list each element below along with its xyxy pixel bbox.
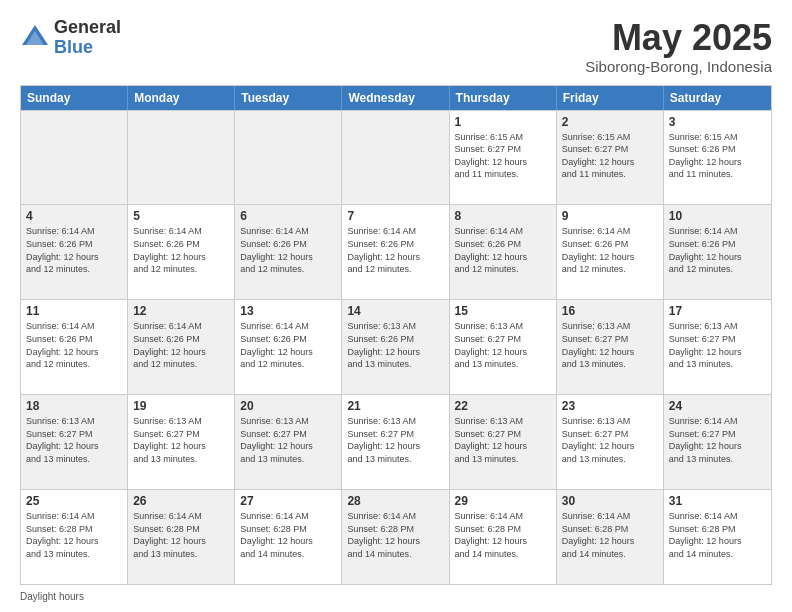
calendar-cell: 17Sunrise: 6:13 AM Sunset: 6:27 PM Dayli… [664, 300, 771, 394]
calendar-header: SundayMondayTuesdayWednesdayThursdayFrid… [21, 86, 771, 110]
day-info: Sunrise: 6:14 AM Sunset: 6:26 PM Dayligh… [26, 320, 122, 370]
calendar-cell: 2Sunrise: 6:15 AM Sunset: 6:27 PM Daylig… [557, 111, 664, 205]
day-number: 4 [26, 209, 122, 223]
calendar-cell: 19Sunrise: 6:13 AM Sunset: 6:27 PM Dayli… [128, 395, 235, 489]
calendar: SundayMondayTuesdayWednesdayThursdayFrid… [20, 85, 772, 585]
calendar-header-cell: Thursday [450, 86, 557, 110]
day-info: Sunrise: 6:14 AM Sunset: 6:26 PM Dayligh… [133, 320, 229, 370]
logo-blue: Blue [54, 38, 121, 58]
day-number: 15 [455, 304, 551, 318]
day-info: Sunrise: 6:14 AM Sunset: 6:28 PM Dayligh… [347, 510, 443, 560]
day-number: 14 [347, 304, 443, 318]
day-info: Sunrise: 6:14 AM Sunset: 6:28 PM Dayligh… [455, 510, 551, 560]
calendar-cell: 11Sunrise: 6:14 AM Sunset: 6:26 PM Dayli… [21, 300, 128, 394]
calendar-cell: 27Sunrise: 6:14 AM Sunset: 6:28 PM Dayli… [235, 490, 342, 584]
calendar-cell [235, 111, 342, 205]
footer: Daylight hours [20, 591, 772, 602]
title-block: May 2025 Siborong-Borong, Indonesia [585, 18, 772, 75]
day-number: 3 [669, 115, 766, 129]
day-number: 21 [347, 399, 443, 413]
calendar-cell: 6Sunrise: 6:14 AM Sunset: 6:26 PM Daylig… [235, 205, 342, 299]
calendar-header-cell: Sunday [21, 86, 128, 110]
day-info: Sunrise: 6:14 AM Sunset: 6:28 PM Dayligh… [562, 510, 658, 560]
day-info: Sunrise: 6:13 AM Sunset: 6:27 PM Dayligh… [455, 415, 551, 465]
month-title: May 2025 [585, 18, 772, 58]
calendar-cell: 22Sunrise: 6:13 AM Sunset: 6:27 PM Dayli… [450, 395, 557, 489]
day-info: Sunrise: 6:13 AM Sunset: 6:26 PM Dayligh… [347, 320, 443, 370]
day-number: 1 [455, 115, 551, 129]
day-info: Sunrise: 6:14 AM Sunset: 6:26 PM Dayligh… [455, 225, 551, 275]
day-number: 8 [455, 209, 551, 223]
logo-icon [20, 23, 50, 53]
day-info: Sunrise: 6:14 AM Sunset: 6:27 PM Dayligh… [669, 415, 766, 465]
calendar-cell: 21Sunrise: 6:13 AM Sunset: 6:27 PM Dayli… [342, 395, 449, 489]
day-number: 11 [26, 304, 122, 318]
day-info: Sunrise: 6:14 AM Sunset: 6:26 PM Dayligh… [669, 225, 766, 275]
day-info: Sunrise: 6:13 AM Sunset: 6:27 PM Dayligh… [669, 320, 766, 370]
day-number: 17 [669, 304, 766, 318]
day-info: Sunrise: 6:15 AM Sunset: 6:26 PM Dayligh… [669, 131, 766, 181]
calendar-cell: 31Sunrise: 6:14 AM Sunset: 6:28 PM Dayli… [664, 490, 771, 584]
calendar-body: 1Sunrise: 6:15 AM Sunset: 6:27 PM Daylig… [21, 110, 771, 584]
day-number: 30 [562, 494, 658, 508]
day-info: Sunrise: 6:14 AM Sunset: 6:26 PM Dayligh… [562, 225, 658, 275]
day-info: Sunrise: 6:14 AM Sunset: 6:26 PM Dayligh… [347, 225, 443, 275]
day-number: 28 [347, 494, 443, 508]
day-info: Sunrise: 6:13 AM Sunset: 6:27 PM Dayligh… [562, 415, 658, 465]
day-info: Sunrise: 6:14 AM Sunset: 6:26 PM Dayligh… [133, 225, 229, 275]
calendar-cell: 18Sunrise: 6:13 AM Sunset: 6:27 PM Dayli… [21, 395, 128, 489]
calendar-cell [21, 111, 128, 205]
day-number: 23 [562, 399, 658, 413]
day-number: 19 [133, 399, 229, 413]
day-number: 6 [240, 209, 336, 223]
day-number: 24 [669, 399, 766, 413]
day-number: 20 [240, 399, 336, 413]
day-number: 25 [26, 494, 122, 508]
calendar-cell: 10Sunrise: 6:14 AM Sunset: 6:26 PM Dayli… [664, 205, 771, 299]
day-info: Sunrise: 6:14 AM Sunset: 6:26 PM Dayligh… [240, 320, 336, 370]
calendar-cell: 29Sunrise: 6:14 AM Sunset: 6:28 PM Dayli… [450, 490, 557, 584]
calendar-row: 1Sunrise: 6:15 AM Sunset: 6:27 PM Daylig… [21, 110, 771, 205]
logo: General Blue [20, 18, 121, 58]
calendar-cell: 9Sunrise: 6:14 AM Sunset: 6:26 PM Daylig… [557, 205, 664, 299]
day-number: 7 [347, 209, 443, 223]
day-info: Sunrise: 6:15 AM Sunset: 6:27 PM Dayligh… [562, 131, 658, 181]
day-info: Sunrise: 6:14 AM Sunset: 6:26 PM Dayligh… [26, 225, 122, 275]
calendar-cell: 25Sunrise: 6:14 AM Sunset: 6:28 PM Dayli… [21, 490, 128, 584]
calendar-cell: 20Sunrise: 6:13 AM Sunset: 6:27 PM Dayli… [235, 395, 342, 489]
day-number: 2 [562, 115, 658, 129]
day-number: 5 [133, 209, 229, 223]
calendar-cell: 3Sunrise: 6:15 AM Sunset: 6:26 PM Daylig… [664, 111, 771, 205]
calendar-header-cell: Friday [557, 86, 664, 110]
day-number: 29 [455, 494, 551, 508]
day-number: 26 [133, 494, 229, 508]
calendar-row: 4Sunrise: 6:14 AM Sunset: 6:26 PM Daylig… [21, 204, 771, 299]
day-info: Sunrise: 6:13 AM Sunset: 6:27 PM Dayligh… [240, 415, 336, 465]
calendar-cell: 5Sunrise: 6:14 AM Sunset: 6:26 PM Daylig… [128, 205, 235, 299]
day-info: Sunrise: 6:13 AM Sunset: 6:27 PM Dayligh… [455, 320, 551, 370]
calendar-cell [342, 111, 449, 205]
day-number: 10 [669, 209, 766, 223]
day-info: Sunrise: 6:14 AM Sunset: 6:28 PM Dayligh… [240, 510, 336, 560]
day-number: 13 [240, 304, 336, 318]
calendar-row: 18Sunrise: 6:13 AM Sunset: 6:27 PM Dayli… [21, 394, 771, 489]
day-info: Sunrise: 6:14 AM Sunset: 6:28 PM Dayligh… [26, 510, 122, 560]
logo-general: General [54, 18, 121, 38]
calendar-cell: 14Sunrise: 6:13 AM Sunset: 6:26 PM Dayli… [342, 300, 449, 394]
day-number: 9 [562, 209, 658, 223]
calendar-header-cell: Tuesday [235, 86, 342, 110]
calendar-cell: 28Sunrise: 6:14 AM Sunset: 6:28 PM Dayli… [342, 490, 449, 584]
calendar-cell: 15Sunrise: 6:13 AM Sunset: 6:27 PM Dayli… [450, 300, 557, 394]
calendar-header-cell: Monday [128, 86, 235, 110]
calendar-cell: 8Sunrise: 6:14 AM Sunset: 6:26 PM Daylig… [450, 205, 557, 299]
calendar-cell: 24Sunrise: 6:14 AM Sunset: 6:27 PM Dayli… [664, 395, 771, 489]
day-info: Sunrise: 6:15 AM Sunset: 6:27 PM Dayligh… [455, 131, 551, 181]
calendar-header-cell: Saturday [664, 86, 771, 110]
calendar-header-cell: Wednesday [342, 86, 449, 110]
day-number: 22 [455, 399, 551, 413]
day-number: 27 [240, 494, 336, 508]
calendar-cell: 7Sunrise: 6:14 AM Sunset: 6:26 PM Daylig… [342, 205, 449, 299]
day-info: Sunrise: 6:14 AM Sunset: 6:28 PM Dayligh… [669, 510, 766, 560]
calendar-cell: 23Sunrise: 6:13 AM Sunset: 6:27 PM Dayli… [557, 395, 664, 489]
logo-text: General Blue [54, 18, 121, 58]
